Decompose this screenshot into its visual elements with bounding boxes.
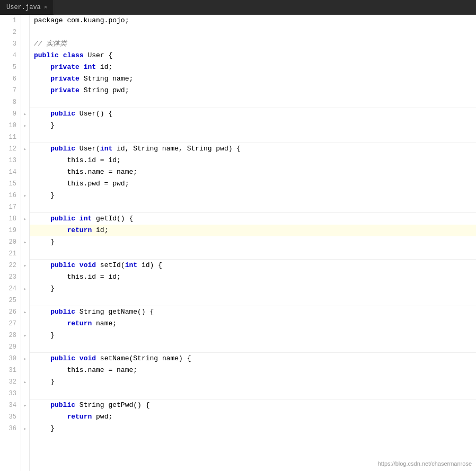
tab-filename: User.java <box>6 4 41 11</box>
gutter-icon <box>21 341 29 353</box>
line-number: 16 <box>4 190 16 201</box>
code-token: private <box>50 85 80 96</box>
gutter-icon: ▸ <box>21 120 29 131</box>
line-number: 7 <box>4 85 16 96</box>
table-row[interactable]: public void setId(int id) { <box>30 260 476 271</box>
table-row[interactable] <box>30 388 476 399</box>
code-token <box>34 108 50 120</box>
gutter-icon: ▸ <box>21 108 29 120</box>
code-token: return <box>67 411 92 423</box>
code-token <box>34 399 50 411</box>
table-row[interactable]: this.id = id; <box>30 271 476 283</box>
gutter: ▸▸▸▸▸▸▸▸▸▸▸▸▸▸ <box>21 15 30 471</box>
code-token: pwd; <box>92 411 112 423</box>
table-row[interactable]: this.id = id; <box>30 155 476 166</box>
table-row[interactable]: return id; <box>30 225 476 236</box>
table-row[interactable]: this.name = name; <box>30 166 476 178</box>
table-row[interactable]: private String pwd; <box>30 85 476 96</box>
code-token <box>34 260 50 271</box>
table-row[interactable]: return name; <box>30 318 476 330</box>
code-token <box>75 260 80 271</box>
table-row[interactable]: } <box>30 120 476 131</box>
table-row[interactable]: private int id; <box>30 61 476 73</box>
line-number: 9 <box>4 108 16 120</box>
table-row[interactable]: } <box>30 283 476 295</box>
gutter-icon <box>21 365 29 376</box>
table-row[interactable]: public int getId() { <box>30 213 476 225</box>
table-row[interactable]: public String getName() { <box>30 306 476 318</box>
code-token: String pwd; <box>80 85 129 96</box>
table-row[interactable] <box>30 96 476 108</box>
table-row[interactable]: public class User { <box>30 50 476 61</box>
editor-container: User.java × 1234567891011121314151617181… <box>0 0 476 471</box>
code-token: setName(String name) { <box>96 353 191 365</box>
table-row[interactable]: public User() { <box>30 108 476 120</box>
line-number: 36 <box>4 423 16 434</box>
code-token <box>34 61 50 73</box>
code-token <box>59 50 63 61</box>
table-row[interactable] <box>30 131 476 143</box>
table-row[interactable]: } <box>30 423 476 434</box>
code-token <box>34 318 67 330</box>
line-number: 10 <box>4 120 16 131</box>
table-row[interactable] <box>30 26 476 38</box>
gutter-icon <box>21 15 29 26</box>
code-token: id; <box>96 61 112 73</box>
table-row[interactable] <box>30 201 476 213</box>
gutter-icon <box>21 225 29 236</box>
code-token <box>75 353 80 365</box>
code-token <box>34 306 50 318</box>
table-row[interactable]: } <box>30 236 476 248</box>
code-token: public <box>50 108 75 120</box>
code-token <box>34 411 67 423</box>
table-row[interactable] <box>30 248 476 260</box>
table-row[interactable]: } <box>30 376 476 388</box>
table-row[interactable]: } <box>30 190 476 201</box>
line-number: 17 <box>4 201 16 213</box>
gutter-icon <box>21 73 29 85</box>
table-row[interactable]: public void setName(String name) { <box>30 353 476 365</box>
table-row[interactable]: private String name; <box>30 73 476 85</box>
table-row[interactable]: return pwd; <box>30 411 476 423</box>
line-numbers: 1234567891011121314151617181920212223242… <box>0 15 21 471</box>
code-token: package com.kuang.pojo; <box>34 15 129 26</box>
code-token: int <box>100 143 112 155</box>
table-row[interactable]: this.name = name; <box>30 365 476 376</box>
code-token: String name; <box>80 73 133 85</box>
code-token: private <box>50 61 80 73</box>
code-token: } <box>34 283 55 295</box>
table-row[interactable]: public String getPwd() { <box>30 399 476 411</box>
code-token: return <box>67 225 92 236</box>
line-number: 18 <box>4 213 16 225</box>
gutter-icon <box>21 178 29 190</box>
table-row[interactable]: public User(int id, String name, String … <box>30 143 476 155</box>
code-token: int <box>80 213 92 225</box>
gutter-icon <box>21 388 29 399</box>
line-number: 14 <box>4 166 16 178</box>
code-area: 1234567891011121314151617181920212223242… <box>0 15 476 471</box>
code-lines[interactable]: package com.kuang.pojo; // 实体类public cla… <box>30 15 476 471</box>
table-row[interactable]: this.pwd = pwd; <box>30 178 476 190</box>
line-number: 24 <box>4 283 16 295</box>
gutter-icon <box>21 295 29 306</box>
gutter-icon <box>21 131 29 143</box>
table-row[interactable] <box>30 295 476 306</box>
table-row[interactable] <box>30 341 476 353</box>
table-row[interactable]: } <box>30 330 476 341</box>
table-row[interactable]: // 实体类 <box>30 38 476 50</box>
file-tab[interactable]: User.java × <box>0 0 54 15</box>
gutter-icon: ▸ <box>21 330 29 341</box>
code-token: void <box>80 353 96 365</box>
code-token: this.name = name; <box>34 166 137 178</box>
code-token: id) { <box>137 260 162 271</box>
gutter-icon <box>21 26 29 38</box>
code-token: public <box>50 399 75 411</box>
tab-close-button[interactable]: × <box>44 4 48 11</box>
code-token: User { <box>84 50 113 61</box>
line-number: 19 <box>4 225 16 236</box>
code-token <box>34 73 50 85</box>
gutter-icon <box>21 201 29 213</box>
gutter-icon: ▸ <box>21 423 29 434</box>
table-row[interactable]: package com.kuang.pojo; <box>30 15 476 26</box>
gutter-icon: ▸ <box>21 376 29 388</box>
